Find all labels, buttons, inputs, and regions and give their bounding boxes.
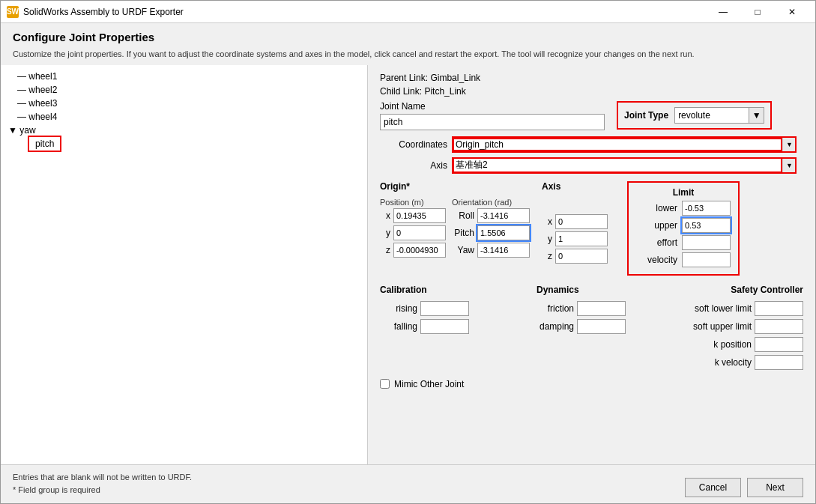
dynamics-title: Dynamics (537, 285, 626, 295)
safety-title: Safety Controller (693, 285, 803, 295)
origin-title: Origin* (380, 181, 530, 192)
tree-item-pitch[interactable]: pitch (29, 137, 60, 151)
footer-buttons: Cancel Next (685, 478, 803, 497)
soft-upper-input[interactable] (755, 319, 803, 334)
roll-row: Roll (452, 208, 530, 223)
coordinates-dropdown-arrow[interactable]: ▼ (782, 136, 796, 153)
roll-label: Roll (452, 210, 474, 221)
axis-x-row: x (542, 214, 608, 229)
axis-label: Axis (380, 160, 447, 171)
k-velocity-row: k velocity (693, 355, 803, 370)
axis-y-row: y (542, 231, 608, 246)
child-link-value: Pitch_Link (424, 86, 465, 97)
tree-item-label: — wheel2 (17, 85, 57, 95)
upper-limit-row: upper (636, 218, 731, 233)
soft-lower-row: soft lower limit (693, 301, 803, 316)
limit-group: Limit lower upper effort (627, 181, 740, 276)
tree-item-yaw[interactable]: ▼ yaw (5, 124, 363, 137)
falling-input[interactable] (420, 319, 469, 334)
close-button[interactable]: ✕ (775, 1, 809, 23)
maximize-button[interactable]: □ (740, 1, 775, 23)
pitch-input[interactable] (477, 225, 530, 240)
child-link-label: Child Link: (380, 86, 422, 97)
mimic-checkbox[interactable] (380, 379, 390, 389)
upper-limit-label: upper (636, 220, 677, 231)
soft-upper-row: soft upper limit (693, 319, 803, 334)
axis-row: Axis 基准轴2 ▼ (380, 157, 803, 174)
minimize-button[interactable]: — (706, 1, 740, 23)
joint-name-input[interactable] (380, 114, 605, 130)
rising-label: rising (380, 303, 417, 314)
right-panel: Parent Link: Gimbal_Link Child Link: Pit… (368, 65, 815, 464)
friction-input[interactable] (577, 301, 626, 316)
velocity-limit-row: velocity (636, 252, 731, 267)
child-link-row: Child Link: Pitch_Link (380, 86, 803, 97)
axis-dropdown-arrow[interactable]: ▼ (782, 157, 796, 174)
pitch-label: Pitch (452, 228, 474, 238)
z-pos-row: z (380, 243, 446, 258)
cancel-button[interactable]: Cancel (685, 478, 741, 497)
z-pos-input[interactable] (393, 243, 446, 258)
orientation-group: Orientation (rad) Roll Pitch (452, 198, 530, 260)
k-velocity-input[interactable] (755, 355, 803, 370)
parent-link-value: Gimbal_Link (430, 73, 480, 83)
joint-type-input[interactable] (674, 107, 749, 124)
tree-item-label: — wheel4 (17, 112, 57, 122)
damping-row: damping (537, 319, 626, 334)
damping-input[interactable] (577, 319, 626, 334)
origin-group: Origin* Position (m) x y (380, 181, 530, 276)
coordinates-select[interactable]: Origin_pitch ▼ (452, 136, 797, 153)
next-button[interactable]: Next (747, 478, 803, 497)
soft-lower-input[interactable] (755, 301, 803, 316)
k-position-input[interactable] (755, 337, 803, 352)
tree-item-wheel2[interactable]: — wheel2 (5, 83, 363, 97)
joint-type-dropdown-arrow[interactable]: ▼ (749, 107, 764, 124)
page-title: Configure Joint Properties (13, 31, 803, 43)
tree-expand-icon: ▼ (8, 125, 19, 136)
x-pos-label: x (380, 210, 390, 221)
rising-row: rising (380, 301, 469, 316)
rising-input[interactable] (420, 301, 469, 316)
calibration-group: Calibration rising falling (380, 285, 469, 370)
safety-group: Safety Controller soft lower limit soft … (693, 285, 803, 370)
limit-title: Limit (636, 187, 731, 198)
dynamics-group: Dynamics friction damping (537, 285, 626, 370)
tree-item-wheel1[interactable]: — wheel1 (5, 70, 363, 83)
position-sub-title: Position (m) (380, 198, 446, 207)
axis-z-input[interactable] (555, 249, 608, 264)
joint-name-label: Joint Name (380, 101, 605, 112)
tree-item-wheel3[interactable]: — wheel3 (5, 97, 363, 110)
lower-limit-input[interactable] (682, 201, 731, 216)
velocity-limit-input[interactable] (682, 252, 731, 267)
lower-limit-label: lower (636, 203, 677, 213)
content-area: Configure Joint Properties Customize the… (1, 23, 815, 503)
axis-values-title: Axis (542, 181, 608, 192)
friction-label: friction (537, 303, 574, 314)
title-bar: SW SolidWorks Assembly to URDF Exporter … (1, 1, 815, 23)
axis-z-label: z (542, 251, 552, 261)
y-pos-input[interactable] (393, 225, 446, 240)
tree-item-wheel4[interactable]: — wheel4 (5, 110, 363, 124)
z-pos-label: z (380, 245, 390, 255)
roll-input[interactable] (477, 208, 530, 223)
main-window: SW SolidWorks Assembly to URDF Exporter … (0, 0, 816, 504)
upper-limit-input[interactable] (682, 218, 731, 233)
axis-select[interactable]: 基准轴2 ▼ (452, 157, 797, 174)
position-group: Position (m) x y z (380, 198, 446, 260)
origin-axis-limit-section: Origin* Position (m) x y (380, 181, 803, 276)
axis-x-input[interactable] (555, 214, 608, 229)
left-panel: — wheel1 — wheel2 — wheel3 — wheel4 ▼ ya… (1, 65, 368, 464)
coordinates-label: Coordinates (380, 139, 447, 150)
yaw-input[interactable] (477, 243, 530, 258)
axis-y-input[interactable] (555, 231, 608, 246)
tree-item-label: — wheel1 (17, 71, 57, 82)
velocity-limit-label: velocity (636, 255, 677, 265)
soft-lower-label: soft lower limit (695, 303, 752, 314)
k-position-row: k position (693, 337, 803, 352)
x-pos-input[interactable] (393, 208, 446, 223)
calibration-title: Calibration (380, 285, 469, 295)
joint-name-group: Joint Name (380, 101, 605, 130)
window-title: SolidWorks Assembly to URDF Exporter (23, 7, 184, 17)
effort-limit-input[interactable] (682, 235, 731, 250)
coordinates-value: Origin_pitch (453, 138, 782, 151)
